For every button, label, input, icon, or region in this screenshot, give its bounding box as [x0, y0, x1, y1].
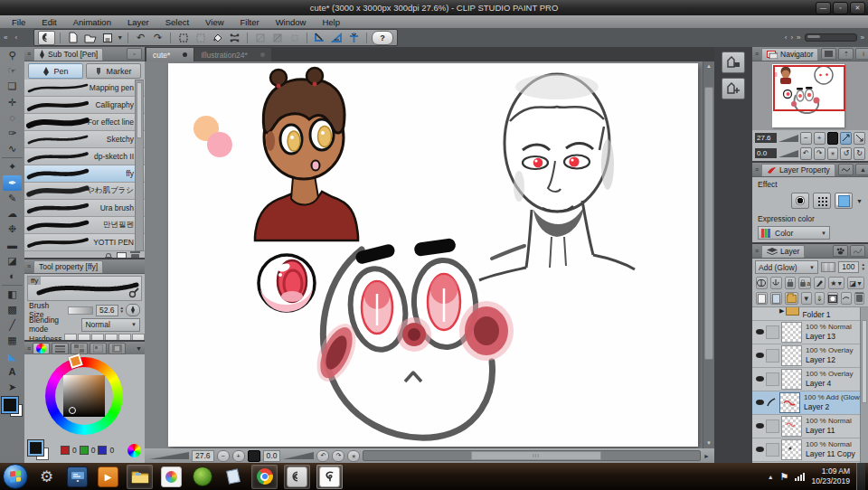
layer-row-folder[interactable]: ▶ 100 % Normal Folder 1 — [752, 306, 868, 321]
layer-thumbnail[interactable] — [781, 322, 802, 343]
nav-rotate-ccw-button[interactable]: ↶ — [800, 147, 812, 160]
opacity-slider[interactable] — [821, 262, 835, 272]
brush-item[interactable]: Mapping pen — [24, 80, 145, 97]
hardness-step[interactable] — [132, 334, 145, 341]
figure-tool[interactable]: ╱ — [3, 317, 22, 333]
move-view-tool[interactable]: ☞ — [3, 63, 22, 79]
blend-mode-dropdown[interactable]: Add (Glow) ▼ — [755, 260, 818, 274]
frame-border-tool[interactable]: ▦ — [3, 333, 22, 348]
panel-menu-icon[interactable]: ≡ — [27, 263, 31, 269]
set-as-draft-icon[interactable] — [814, 277, 826, 289]
brush-item[interactable]: Calligraphy — [24, 97, 145, 114]
layer-row[interactable]: 100 % Normal Layer 11 — [752, 415, 868, 438]
brush-item[interactable]: やわ肌ブラシ — [24, 183, 145, 200]
layer-checkbox[interactable] — [766, 443, 779, 457]
close-button[interactable]: ✕ — [850, 2, 865, 14]
dock-mini-scrollbar[interactable] — [805, 33, 857, 42]
menu-animation[interactable]: Animation — [65, 15, 119, 28]
snap-to-grid-button[interactable] — [346, 32, 362, 44]
start-button[interactable] — [3, 464, 28, 489]
hardness-step[interactable] — [118, 334, 131, 341]
taskbar-green-app[interactable] — [190, 466, 214, 488]
folder-expand-icon[interactable]: ▶ — [779, 307, 784, 315]
create-subtool-icon[interactable] — [117, 252, 127, 258]
nav-rotate-cw-button[interactable]: ↷ — [814, 147, 826, 160]
layer-visible-icon[interactable] — [756, 423, 764, 429]
canvas-viewport[interactable] — [145, 61, 703, 448]
transform-button[interactable] — [227, 32, 242, 44]
layer-thumbnail[interactable] — [781, 439, 802, 460]
pencil-tool[interactable]: ✎ — [3, 191, 22, 206]
menu-view[interactable]: View — [197, 15, 231, 28]
layer-tab[interactable]: Layer — [761, 245, 805, 258]
create-mask-button[interactable] — [827, 292, 838, 305]
hardness-step[interactable] — [64, 334, 77, 341]
undo-button[interactable]: ↶ — [133, 32, 148, 44]
scroll-left-icon[interactable]: « — [0, 33, 11, 42]
snap-to-special-ruler-button[interactable] — [329, 32, 344, 44]
brush-item-selected[interactable]: ffy — [24, 165, 145, 183]
scroll-left2-icon[interactable]: ‹ — [11, 33, 21, 42]
delete-subtool-icon[interactable] — [131, 254, 139, 259]
layer-checkbox[interactable] — [766, 349, 779, 363]
fit-to-screen-button[interactable] — [248, 450, 260, 462]
zoom-tool[interactable]: ⚲ — [3, 48, 22, 63]
maximize-button[interactable]: ▫ — [833, 2, 848, 14]
minimize-button[interactable]: — — [816, 2, 831, 14]
tab-animation[interactable]: ▲ — [855, 164, 868, 175]
nav-flip-horizontal-button[interactable] — [840, 132, 852, 145]
navigator-rotate-slider[interactable] — [778, 150, 798, 157]
rotate-slider[interactable] — [283, 452, 314, 459]
lock-subtool-icon[interactable] — [105, 257, 112, 258]
vertical-scroll-thumb[interactable] — [704, 87, 713, 360]
mask-combo-button[interactable]: ◪▼ — [847, 277, 864, 289]
new-raster-layer-button[interactable] — [756, 292, 768, 305]
taskbar-explorer-app[interactable] — [127, 465, 153, 489]
line-correction-tool[interactable]: ∿ — [3, 141, 22, 156]
eyedropper-tool[interactable]: ✑ — [3, 126, 22, 141]
reselect-button[interactable] — [193, 32, 208, 44]
panel-menu-icon[interactable]: ≡ — [27, 345, 31, 352]
fill-tool[interactable]: ◧ — [3, 287, 22, 302]
nav-zoom-in-button[interactable]: + — [814, 132, 826, 145]
taskbar-display-app[interactable] — [65, 466, 90, 488]
brush-item[interactable]: Sketchy — [24, 131, 145, 148]
gradient-tool[interactable]: ▩ — [3, 302, 22, 317]
border-effect-button[interactable] — [791, 193, 809, 209]
layer-thumbnail[interactable] — [781, 369, 802, 390]
tab-color-wheel[interactable] — [33, 343, 50, 354]
taskbar-notes-app[interactable] — [221, 466, 245, 488]
taskbar-clock[interactable]: 1:09 AM 10/23/2019 — [811, 466, 850, 485]
brush-size-stepper[interactable]: ▲▼ — [120, 306, 124, 315]
menu-filter[interactable]: Filter — [232, 15, 268, 28]
mask-area-icon[interactable] — [756, 277, 768, 289]
dock-scroll-right-icon[interactable]: › — [790, 33, 793, 42]
brush-item[interactable]: For effect line — [24, 114, 145, 131]
stylus-pressure-icon[interactable] — [126, 304, 140, 316]
brush-item[interactable]: 만년필펜 — [24, 217, 145, 234]
move-layer-tool[interactable]: ✛ — [3, 95, 22, 110]
merge-layer-button[interactable]: ⇓ — [815, 292, 826, 305]
clip-studio-logo-button[interactable] — [38, 31, 55, 45]
new-vector-layer-button[interactable] — [770, 292, 782, 305]
panel-extra-tab[interactable]: ▫ — [127, 48, 142, 60]
layer-property-tab[interactable]: Layer Property — [761, 164, 835, 176]
save-button[interactable] — [99, 32, 115, 44]
opacity-value[interactable]: 100 — [838, 261, 858, 273]
zoom-out-button[interactable]: − — [217, 450, 230, 462]
tab-layer-comp[interactable] — [850, 245, 865, 257]
main-color-swatches[interactable] — [2, 397, 23, 417]
menu-select[interactable]: Select — [157, 15, 197, 28]
sv-cursor[interactable] — [69, 407, 76, 414]
doc-tab-cute[interactable]: cute* — [146, 48, 193, 61]
layer-visible-icon[interactable] — [756, 376, 764, 382]
menu-help[interactable]: Help — [314, 15, 348, 28]
menu-layer[interactable]: Layer — [119, 15, 157, 28]
rotate-cw-button[interactable]: ↷ — [332, 450, 344, 462]
navigator-zoom-value[interactable]: 27.6 — [755, 133, 777, 143]
layer-row-selected[interactable]: 100 % Add (Glow) Layer 2 — [752, 391, 868, 415]
panel-menu-icon[interactable]: ≡ — [27, 51, 31, 57]
brush-item[interactable]: dp-sketch II — [24, 148, 145, 165]
correct-line-tool[interactable]: ➤ — [3, 380, 22, 395]
taskbar-clip-studio-app[interactable] — [284, 465, 310, 489]
